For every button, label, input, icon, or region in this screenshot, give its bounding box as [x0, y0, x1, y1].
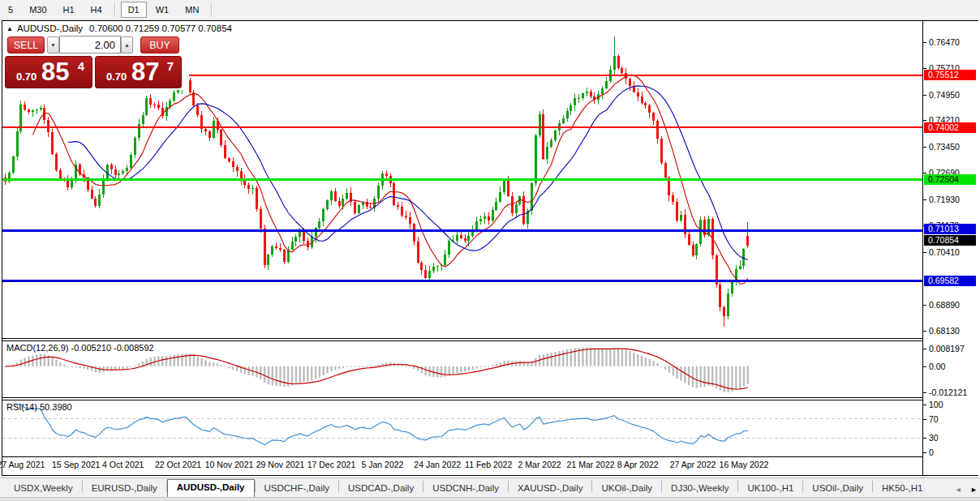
date-axis[interactable] [2, 457, 922, 475]
buy-price-prefix: 0.70 [106, 71, 127, 83]
mt4-window: 5M30H1H4D1W1MN ▲AUDUSD-,Daily0.70600 0.7… [0, 0, 980, 501]
chart-ohlc-values: 0.70600 0.71259 0.70577 0.70854 [89, 24, 232, 33]
sell-price-big: 85 [41, 58, 69, 87]
chart-title: ▲AUDUSD-,Daily0.70600 0.71259 0.70577 0.… [6, 24, 232, 33]
price-badge-0.70854: 0.70854 [924, 235, 976, 246]
macd-label: MACD(12,26,9) -0.005210 -0.008592 [6, 343, 154, 353]
price-axis[interactable] [923, 21, 978, 475]
spin-up-icon: ▲ [124, 42, 130, 48]
price-badge-0.75512: 0.75512 [924, 70, 976, 80]
chart-symbol-label: AUDUSD-,Daily [17, 24, 83, 33]
tab-scroll-left-icon[interactable]: ◄ [955, 486, 962, 494]
macd-signal-line [6, 349, 748, 389]
buy-price-box[interactable]: 0.70 87 7 [95, 56, 182, 88]
rsi-name: RSI(14) [6, 402, 37, 412]
rsi-line [13, 405, 748, 445]
macd-values: -0.005210 -0.008592 [71, 343, 153, 353]
price-badge-0.74002: 0.74002 [924, 122, 976, 133]
tab-scroll-arrows: ◄ ► [947, 481, 978, 495]
volume-input[interactable] [60, 36, 120, 53]
buy-price-pip: 7 [167, 59, 174, 73]
price-badge-0.69582: 0.69582 [924, 276, 976, 286]
tab-scroll-right-icon[interactable]: ► [970, 486, 978, 494]
price-badge-0.72504: 0.72504 [924, 174, 976, 185]
collapse-triangle-icon[interactable]: ▲ [6, 25, 13, 32]
spin-down-icon: ▼ [50, 42, 56, 48]
volume-field [59, 36, 121, 54]
macd-name: MACD(12,26,9) [6, 343, 68, 353]
volume-decrease-button[interactable]: ▼ [47, 36, 59, 54]
sell-price-prefix: 0.70 [16, 71, 37, 83]
volume-increase-button[interactable]: ▲ [121, 36, 133, 54]
buy-price-big: 87 [131, 58, 159, 87]
price-badge-0.71013: 0.71013 [924, 224, 976, 234]
sell-button[interactable]: SELL [7, 36, 45, 54]
rsi-value: 50.3980 [40, 402, 72, 412]
buy-button[interactable]: BUY [140, 36, 179, 54]
one-click-trading-panel: SELL ▼ ▲ BUY 0.70 85 4 0.70 87 7 [2, 34, 189, 90]
rsi-label: RSI(14) 50.3980 [6, 402, 72, 412]
sell-price-box[interactable]: 0.70 85 4 [5, 56, 92, 88]
sell-price-pip: 4 [78, 59, 84, 73]
